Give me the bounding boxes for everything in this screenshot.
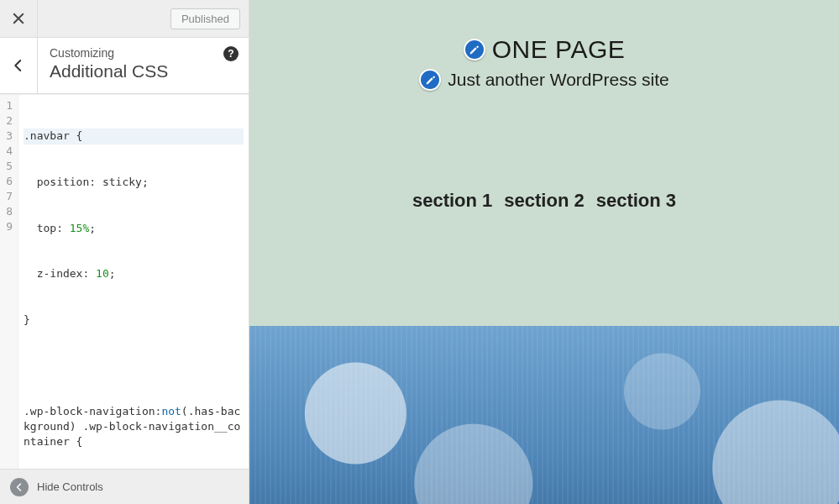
customizer-topbar: Published [0, 0, 249, 38]
code-line: top: 15%; [24, 221, 244, 236]
publish-button[interactable]: Published [170, 8, 240, 29]
site-preview[interactable]: ONE PAGE Just another WordPress site sec… [249, 0, 839, 504]
section-header: Customizing Additional CSS ? [0, 38, 249, 94]
editor-gutter: 1 2 3 4 5 6 7 8 9 [0, 95, 18, 469]
nav-link-section2[interactable]: section 2 [504, 190, 584, 212]
customizer-sidebar: Published Customizing Additional CSS ? 1… [0, 0, 249, 504]
site-tagline: Just another WordPress site [448, 70, 669, 90]
edit-title-button[interactable] [464, 39, 485, 60]
nav-link-section3[interactable]: section 3 [596, 190, 676, 212]
close-icon [11, 11, 26, 26]
back-button[interactable] [0, 38, 38, 93]
preview-nav: section 1 section 2 section 3 [412, 190, 676, 212]
collapse-icon [10, 478, 29, 496]
help-button[interactable]: ? [223, 46, 239, 61]
chevron-left-icon [11, 58, 26, 73]
breadcrumb: Customizing [50, 46, 237, 60]
code-line: } [24, 312, 244, 328]
code-line: z-index: 10; [24, 266, 244, 281]
code-line: position: sticky; [24, 175, 244, 190]
hide-controls-label: Hide Controls [37, 480, 103, 493]
css-editor[interactable]: 1 2 3 4 5 6 7 8 9 .navbar { position: st… [0, 94, 249, 469]
site-title: ONE PAGE [492, 35, 625, 64]
preview-hero: ONE PAGE Just another WordPress site sec… [249, 0, 839, 326]
code-line [24, 358, 244, 373]
code-line: .navbar { [24, 129, 244, 144]
pencil-icon [425, 75, 436, 86]
editor-code[interactable]: .navbar { position: sticky; top: 15%; z-… [18, 95, 249, 469]
close-button[interactable] [0, 0, 38, 38]
section-title: Additional CSS [50, 61, 237, 81]
code-line: .wp-block-navigation:not(.has-background… [24, 404, 244, 450]
hide-controls-button[interactable]: Hide Controls [0, 469, 249, 504]
pencil-icon [469, 45, 480, 55]
nav-link-section1[interactable]: section 1 [412, 190, 492, 212]
edit-tagline-button[interactable] [419, 69, 441, 91]
preview-banner-image [249, 326, 839, 504]
